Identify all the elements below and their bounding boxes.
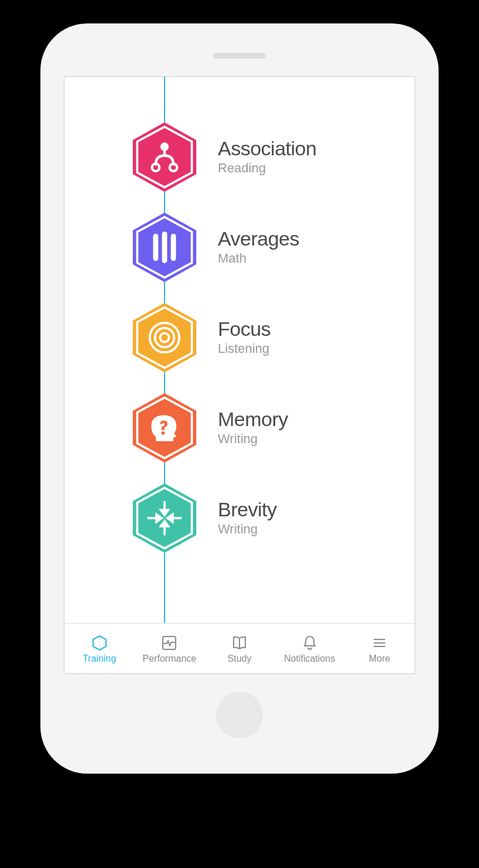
tab-label: Performance [143, 654, 197, 663]
book-icon [231, 634, 248, 652]
training-list: Association Reading [64, 77, 415, 623]
bars-icon [128, 210, 201, 284]
head-question-icon [128, 391, 201, 465]
tab-notifications[interactable]: Notifications [275, 634, 345, 663]
hex-outline-icon [91, 634, 108, 652]
svg-point-18 [162, 431, 165, 435]
menu-icon [371, 634, 388, 652]
tab-more[interactable]: More [344, 634, 415, 663]
tab-label: Training [83, 654, 116, 663]
item-labels: Memory Writing [218, 409, 415, 447]
training-item-averages[interactable]: Averages Math [64, 202, 415, 292]
tab-training[interactable]: Training [64, 634, 135, 663]
tab-label: Notifications [284, 654, 335, 663]
training-item-memory[interactable]: Memory Writing [64, 383, 415, 473]
item-title: Focus [218, 319, 415, 340]
item-title: Association [218, 138, 415, 159]
item-title: Memory [218, 409, 415, 430]
item-labels: Averages Math [218, 229, 415, 266]
bell-icon [301, 634, 319, 652]
tab-study[interactable]: Study [204, 634, 275, 663]
target-icon [128, 301, 201, 375]
phone-home-button[interactable] [216, 692, 263, 738]
item-title: Brevity [218, 499, 415, 520]
heartbeat-icon [160, 634, 178, 652]
svg-marker-1 [133, 122, 196, 192]
item-subtitle: Writing [218, 522, 415, 537]
training-item-brevity[interactable]: Brevity Writing [64, 473, 415, 563]
item-title: Averages [218, 229, 415, 250]
item-labels: Association Reading [218, 138, 415, 176]
tab-bar: Training Performance S [64, 623, 415, 673]
item-subtitle: Listening [218, 341, 415, 356]
item-subtitle: Reading [218, 161, 415, 176]
item-subtitle: Math [218, 251, 415, 266]
item-labels: Brevity Writing [218, 499, 415, 537]
tab-label: More [369, 654, 390, 663]
svg-marker-11 [133, 303, 196, 372]
tab-label: Study [228, 654, 252, 663]
svg-marker-29 [93, 636, 106, 650]
arrows-in-icon [128, 481, 201, 555]
app-screen: Association Reading [64, 76, 415, 674]
item-labels: Focus Listening [218, 319, 415, 356]
item-subtitle: Writing [218, 431, 415, 447]
training-item-focus[interactable]: Focus Listening [64, 292, 415, 383]
phone-speaker [213, 53, 266, 59]
svg-marker-19 [133, 484, 196, 553]
phone-frame: Association Reading [40, 23, 439, 774]
association-icon [128, 120, 201, 194]
tab-performance[interactable]: Performance [135, 634, 205, 663]
training-item-association[interactable]: Association Reading [64, 112, 415, 202]
